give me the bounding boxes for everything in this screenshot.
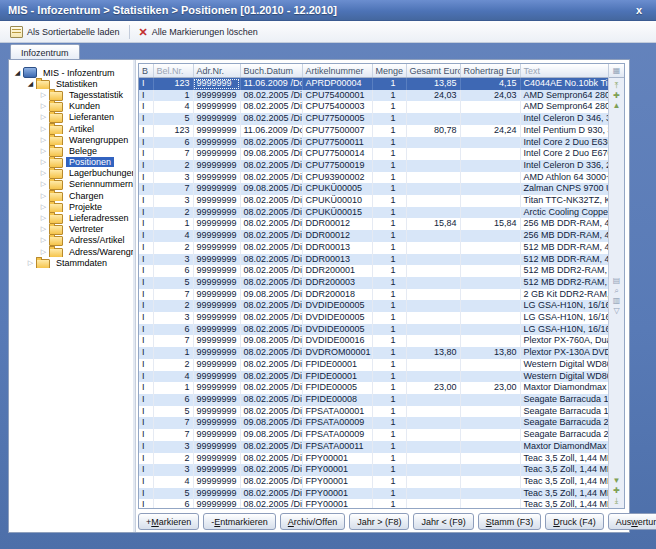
chart-icon[interactable]: ▥: [613, 296, 621, 305]
column-header-buch-datum[interactable]: Buch.Datum: [240, 64, 302, 78]
button-druck-f4[interactable]: Druck (F4): [545, 513, 604, 530]
table-row[interactable]: I19999999908.02.2005 /DiDDR00012115,8415…: [139, 218, 609, 230]
table-row[interactable]: I29999999908.02.2005 /DiCPUKÜ000151Arcti…: [139, 207, 609, 219]
tree-item-adress-artikel[interactable]: ▷Adress/Artikel: [11, 235, 133, 246]
table-row[interactable]: I19999999908.02.2005 /DiCPU75400001124,0…: [139, 90, 609, 102]
filter-icon[interactable]: ▽: [613, 306, 619, 315]
expand-arrow-icon[interactable]: ▷: [39, 192, 48, 200]
table-row[interactable]: I79999999909.08.2005 /DiDDR20001812 GB K…: [139, 289, 609, 301]
tree-item-tagesstatistik[interactable]: ▷Tagesstatistik: [11, 89, 133, 100]
table-row[interactable]: I29999999908.02.2005 /DiCPU775000191Inte…: [139, 160, 609, 172]
table-row[interactable]: I39999999908.02.2005 /DiCPUKÜ000101Titan…: [139, 195, 609, 207]
tree-item-statistiken[interactable]: ◢Statistiken: [11, 78, 133, 89]
button-archiv-offen[interactable]: Archiv/Offen: [280, 513, 345, 530]
load-sort-table-button[interactable]: Als Sortiertabelle laden: [4, 24, 126, 40]
clear-marks-button[interactable]: ✕ Alle Markierungen löschen: [133, 25, 264, 39]
expand-arrow-icon[interactable]: ▷: [39, 180, 48, 188]
tree-item-artikel[interactable]: ▷Artikel: [11, 123, 133, 134]
table-row[interactable]: I1239999999911.06.2009 /DoCPU77500007180…: [139, 125, 609, 137]
table-row[interactable]: I29999999908.02.2005 /DiFPY000011Teac 3,…: [139, 453, 609, 465]
tree-item-lagerbuchungen[interactable]: ▷Lagerbuchungen: [11, 168, 133, 179]
scroll-top-icon[interactable]: ⤒: [615, 81, 619, 90]
table-row[interactable]: I29999999908.02.2005 /DiDVDIDE000051LG G…: [139, 300, 609, 312]
table-row[interactable]: I69999999908.02.2005 /DiFPIDE000081Seaga…: [139, 394, 609, 406]
tree-item-kunden[interactable]: ▷Kunden: [11, 101, 133, 112]
column-header-text[interactable]: Text: [520, 64, 609, 78]
table-row[interactable]: I79999999909.08.2005 /DiDVDIDE000161Plex…: [139, 335, 609, 347]
tree-item-positionen[interactable]: ▷Positionen: [11, 157, 133, 168]
table-row[interactable]: I69999999908.02.2005 /DiCPU775000111Inte…: [139, 137, 609, 149]
button-jahr-f9[interactable]: Jahr < (F9): [413, 513, 473, 530]
table-row[interactable]: I79999999909.08.2005 /DiFPSATA000091Seag…: [139, 417, 609, 429]
expand-arrow-icon[interactable]: ▷: [39, 113, 48, 121]
column-header-artikelnummer[interactable]: Artikelnummer: [302, 64, 372, 78]
table-row[interactable]: I39999999908.02.2005 /DiCPU939000021AMD …: [139, 172, 609, 184]
table-row[interactable]: I69999999908.02.2005 /DiDVDIDE000051LG G…: [139, 324, 609, 336]
column-header-gesamt-euro[interactable]: Gesamt Euro: [406, 64, 460, 78]
button-entmarkieren[interactable]: - Entmarkieren: [203, 513, 276, 530]
column-header-adr-nr[interactable]: Adr.Nr.: [193, 64, 240, 78]
table-row[interactable]: I39999999908.02.2005 /DiDDR000131512 MB …: [139, 254, 609, 266]
column-chooser-icon[interactable]: ▦: [613, 66, 621, 75]
table-row[interactable]: I49999999908.02.2005 /DiDDR000121256 MB …: [139, 230, 609, 242]
search-icon[interactable]: ⌕: [614, 286, 618, 295]
button-markieren[interactable]: + Markieren: [138, 513, 199, 530]
tree-item-adress-warengruppen[interactable]: ▷Adress/Warengruppen: [11, 246, 133, 257]
tree-item-lieferanten[interactable]: ▷Lieferanten: [11, 112, 133, 123]
close-icon[interactable]: x: [630, 4, 648, 16]
expand-arrow-icon[interactable]: ▷: [39, 158, 48, 166]
table-row[interactable]: I49999999908.02.2005 /DiFPIDE000011Weste…: [139, 371, 609, 383]
scroll-down-icon[interactable]: ▼: [613, 476, 621, 485]
table-row[interactable]: I29999999908.02.2005 /DiFPIDE000011Weste…: [139, 359, 609, 371]
tree-item-stammdaten[interactable]: ▷Stammdaten: [11, 257, 133, 268]
column-header-b[interactable]: B: [139, 64, 153, 78]
collapse-arrow-icon[interactable]: ◢: [13, 69, 22, 77]
table-row[interactable]: I49999999908.02.2005 /DiCPU754000031AMD …: [139, 101, 609, 113]
tree-item-belege[interactable]: ▷Belege: [11, 145, 133, 156]
expand-arrow-icon[interactable]: ▷: [39, 225, 48, 233]
expand-arrow-icon[interactable]: ▷: [39, 236, 48, 244]
table-row[interactable]: I19999999908.02.2005 /DiDVDROM00001113,8…: [139, 347, 609, 359]
table-row[interactable]: I79999999909.08.2005 /DiCPU775000141Inte…: [139, 148, 609, 160]
table-row[interactable]: I39999999908.02.2005 /DiDVDIDE000051LG G…: [139, 312, 609, 324]
table-row[interactable]: I59999999908.02.2005 /DiFPSATA000011Seag…: [139, 406, 609, 418]
collapse-arrow-icon[interactable]: ◢: [26, 80, 35, 88]
table-row[interactable]: I123999999911.06.2009 /DoAPRDP00004113,8…: [139, 78, 609, 90]
expand-arrow-icon[interactable]: ▷: [26, 259, 35, 267]
tree-item-lieferadressen[interactable]: ▷Lieferadressen: [11, 212, 133, 223]
expand-arrow-icon[interactable]: ▷: [39, 203, 48, 211]
table-row[interactable]: I69999999908.02.2005 /DiFPY000011Teac 3,…: [139, 499, 609, 509]
expand-arrow-icon[interactable]: ▷: [39, 147, 48, 155]
view-icon[interactable]: ▤: [613, 276, 621, 285]
button-stamm-f3[interactable]: Stamm (F3): [478, 513, 542, 530]
table-row[interactable]: I39999999908.02.2005 /DiFPY000011Teac 3,…: [139, 464, 609, 476]
column-header-bel-nr[interactable]: Bel.Nr.: [153, 64, 193, 78]
insert-row-icon[interactable]: ✚: [613, 486, 620, 495]
scroll-bottom-icon[interactable]: ⤓: [615, 496, 619, 505]
tree-item-seriennummern[interactable]: ▷Seriennummern: [11, 179, 133, 190]
column-header-menge[interactable]: Menge: [372, 64, 406, 78]
table-row[interactable]: I29999999908.02.2005 /DiDDR000131512 MB …: [139, 242, 609, 254]
tree-item-chargen[interactable]: ▷Chargen: [11, 190, 133, 201]
expand-arrow-icon[interactable]: ▷: [39, 125, 48, 133]
expand-arrow-icon[interactable]: ▷: [39, 102, 48, 110]
column-header-rohertrag-euro[interactable]: Rohertrag Euro: [460, 64, 520, 78]
expand-arrow-icon[interactable]: ▷: [39, 136, 48, 144]
expand-arrow-icon[interactable]: ▷: [39, 169, 48, 177]
tree-item-mis-infozentrum[interactable]: ◢MIS - Infozentrum: [11, 67, 133, 78]
expand-arrow-icon[interactable]: ▷: [39, 248, 48, 256]
table-row[interactable]: I39999999908.02.2005 /DiFPSATA000111Maxt…: [139, 441, 609, 453]
table-row[interactable]: I59999999908.02.2005 /DiFPY000011Teac 3,…: [139, 488, 609, 500]
table-row[interactable]: I79999999909.08.2005 /DiCPUKÜ000051Zalma…: [139, 183, 609, 195]
table-row[interactable]: I59999999908.02.2005 /DiCPU775000051Inte…: [139, 113, 609, 125]
table-row[interactable]: I69999999908.02.2005 /DiDDR2000011512 MB…: [139, 265, 609, 277]
tree-item-projekte[interactable]: ▷Projekte: [11, 201, 133, 212]
tree-item-warengruppen[interactable]: ▷Warengruppen: [11, 134, 133, 145]
table-row[interactable]: I59999999908.02.2005 /DiDDR2000031512 MB…: [139, 277, 609, 289]
button-jahr-f8[interactable]: Jahr > (F8): [349, 513, 409, 530]
tab-infozentrum[interactable]: Infozentrum: [10, 44, 80, 59]
table-row[interactable]: I19999999908.02.2005 /DiFPIDE00005123,00…: [139, 382, 609, 394]
table-row[interactable]: I79999999909.08.2005 /DiFPSATA000091Seag…: [139, 429, 609, 441]
table-row[interactable]: I49999999908.02.2005 /DiFPY000011Teac 3,…: [139, 476, 609, 488]
expand-arrow-icon[interactable]: ▷: [39, 214, 48, 222]
